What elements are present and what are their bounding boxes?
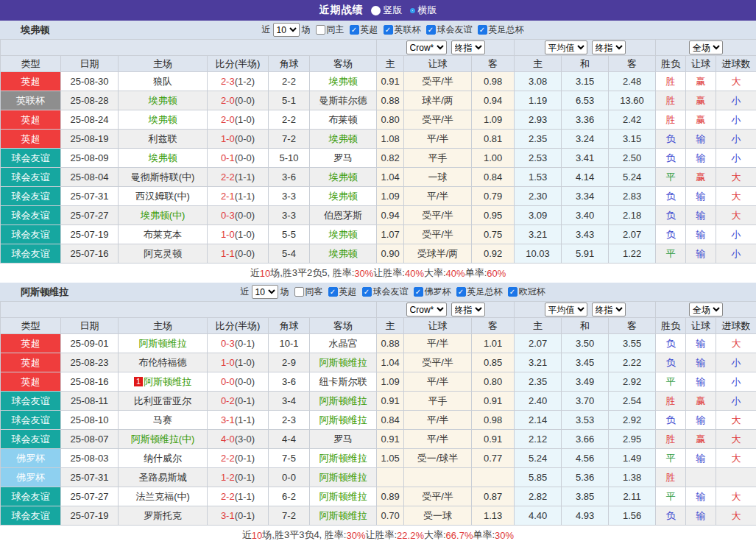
fulltime-score: 0-0 bbox=[221, 376, 235, 387]
layout-radio-horizontal[interactable]: 横版 bbox=[410, 4, 437, 17]
column-header: 客 bbox=[472, 318, 515, 334]
table-row: 英超25-08-161阿斯顿维拉0-0(0-0)3-6纽卡斯尔联1.09平/半0… bbox=[1, 372, 756, 392]
checkbox-icon[interactable]: ✓ bbox=[350, 25, 359, 35]
average-select[interactable]: 平均值 bbox=[545, 303, 587, 317]
handicap-result-cell: 输 bbox=[686, 449, 716, 468]
avg-away-cell: 13.60 bbox=[609, 91, 656, 110]
team-section: 阿斯顿维拉近10场同客✓英超✓球会友谊✓佛罗杯✓英足总杯✓欧冠杯Crow*终指平… bbox=[0, 283, 756, 541]
fulltime-score: 2-0 bbox=[221, 114, 235, 125]
average-select[interactable]: 平均值 bbox=[545, 40, 587, 54]
home-odds-cell: 0.70 bbox=[377, 506, 404, 526]
table-row: 球会友谊25-07-19罗斯托克3-1(0-1)7-2阿斯顿维拉0.70受一球1… bbox=[1, 506, 756, 526]
home-odds-cell bbox=[377, 468, 404, 487]
avg-away-cell: 2.92 bbox=[609, 372, 656, 392]
match-count-select[interactable]: 10 bbox=[252, 285, 278, 299]
odds-selects-row: Crow*终指平均值终指全场 bbox=[1, 302, 756, 318]
competition-checkbox-2[interactable]: ✓球会友谊 bbox=[426, 24, 473, 36]
avg-home-cell: 2.35 bbox=[515, 372, 562, 392]
result-cell: 胜 bbox=[656, 430, 686, 449]
competition-checkbox-0[interactable]: ✓英超 bbox=[328, 286, 357, 298]
home-odds-cell: 0.84 bbox=[377, 411, 404, 430]
home-team-cell: 法兰克福(中) bbox=[119, 487, 208, 506]
table-row: 英联杯25-08-28埃弗顿2-0(0-0)5-1曼斯菲尔德0.88球半/两0.… bbox=[1, 91, 756, 110]
company-select[interactable]: Crow* bbox=[406, 303, 447, 317]
date-cell: 25-07-19 bbox=[61, 506, 119, 526]
away-team-cell: 埃弗顿 bbox=[310, 244, 377, 264]
home-team-cell: 狼队 bbox=[119, 72, 208, 91]
team-section: 埃弗顿近10场同主✓英超✓英联杯✓球会友谊✓英足总杯Crow*终指平均值终指全场… bbox=[0, 21, 756, 283]
fulltime-score: 1-2 bbox=[221, 472, 235, 483]
date-cell: 25-08-10 bbox=[61, 411, 119, 430]
away-odds-cell: 1.01 bbox=[472, 334, 515, 353]
competition-checkbox-1[interactable]: ✓球会友谊 bbox=[362, 286, 409, 298]
layout-radio-vertical[interactable]: 竖版 bbox=[371, 4, 403, 17]
avg-away-cell: 2.18 bbox=[609, 206, 656, 225]
checkbox-icon[interactable] bbox=[316, 25, 325, 35]
score-cell: 0-3(0-1) bbox=[208, 334, 269, 353]
competition-checkbox-0[interactable]: ✓英超 bbox=[350, 24, 378, 36]
score-cell: 1-1(0-0) bbox=[208, 244, 269, 264]
competition-checkbox-1-label: 球会友谊 bbox=[373, 286, 409, 298]
competition-checkbox-3[interactable]: ✓英足总杯 bbox=[456, 286, 503, 298]
home-odds-cell: 1.05 bbox=[377, 449, 404, 468]
competition-checkbox-3-label: 英足总杯 bbox=[467, 286, 503, 298]
checkbox-icon[interactable]: ✓ bbox=[508, 287, 517, 297]
scope-select[interactable]: 全场 bbox=[689, 303, 723, 317]
checkbox-icon[interactable]: ✓ bbox=[426, 25, 436, 35]
avg-draw-cell: 3.85 bbox=[562, 487, 609, 506]
date-cell: 25-08-09 bbox=[61, 149, 119, 168]
corner-cell: 2-2 bbox=[269, 110, 310, 130]
average-final-select[interactable]: 终指 bbox=[592, 303, 626, 317]
checkbox-icon[interactable]: ✓ bbox=[478, 25, 487, 35]
team-label: 阿斯顿维拉 bbox=[319, 395, 367, 406]
team-label: 布莱顿 bbox=[329, 114, 358, 125]
checkbox-icon[interactable]: ✓ bbox=[328, 287, 338, 297]
same-venue-checkbox-label: 同主 bbox=[327, 24, 345, 36]
away-odds-cell: 0.91 bbox=[472, 392, 515, 411]
team-label: 埃弗顿 bbox=[329, 191, 358, 202]
company-final-select[interactable]: 终指 bbox=[451, 40, 485, 54]
competition-checkbox-3[interactable]: ✓英足总杯 bbox=[478, 24, 524, 36]
radio-unselected-icon[interactable] bbox=[371, 6, 381, 15]
team-label: 埃弗顿 bbox=[149, 95, 177, 106]
avg-draw-cell: 3.24 bbox=[562, 130, 609, 149]
type-badge: 球会友谊 bbox=[1, 225, 61, 244]
checkbox-icon[interactable]: ✓ bbox=[362, 287, 372, 297]
away-team-cell: 曼斯菲尔德 bbox=[310, 91, 377, 110]
avg-away-cell: 2.95 bbox=[609, 430, 656, 449]
avg-away-cell: 2.22 bbox=[609, 353, 656, 372]
team-label: 阿斯顿维拉 bbox=[319, 510, 367, 521]
same-venue-checkbox[interactable]: 同客 bbox=[294, 286, 323, 298]
radio-selected-icon[interactable] bbox=[410, 8, 415, 13]
type-badge: 英超 bbox=[1, 72, 61, 91]
competition-checkbox-1[interactable]: ✓英联杯 bbox=[384, 24, 421, 36]
match-filters: 近10场同客✓英超✓球会友谊✓佛罗杯✓英足总杯✓欧冠杯 bbox=[241, 285, 545, 299]
halftime-score: (0-0) bbox=[235, 95, 255, 106]
team-label: 罗斯托克 bbox=[144, 510, 182, 521]
average-final-select[interactable]: 终指 bbox=[592, 40, 626, 54]
avg-away-cell: 1.56 bbox=[609, 506, 656, 526]
checkbox-icon[interactable]: ✓ bbox=[456, 287, 466, 297]
company-select[interactable]: Crow* bbox=[406, 40, 447, 54]
odds-selects-row: Crow*终指平均值终指全场 bbox=[1, 40, 756, 56]
home-odds-cell: 0.91 bbox=[377, 430, 404, 449]
avg-home-cell: 1.19 bbox=[515, 91, 562, 110]
goals-result-cell: 大 bbox=[716, 334, 756, 353]
competition-checkbox-2[interactable]: ✓佛罗杯 bbox=[414, 286, 451, 298]
competition-checkbox-4[interactable]: ✓欧冠杯 bbox=[508, 286, 545, 298]
avg-draw-cell: 5.36 bbox=[562, 468, 609, 487]
home-odds-cell: 0.82 bbox=[377, 149, 404, 168]
checkbox-icon[interactable]: ✓ bbox=[384, 25, 393, 35]
company-final-select[interactable]: 终指 bbox=[451, 303, 485, 317]
scope-select[interactable]: 全场 bbox=[689, 40, 723, 54]
same-venue-checkbox[interactable]: 同主 bbox=[316, 24, 345, 36]
result-cell: 胜 bbox=[656, 110, 686, 130]
column-header: 主 bbox=[377, 318, 404, 334]
goals-result-cell: 小 bbox=[716, 149, 756, 168]
checkbox-icon[interactable] bbox=[294, 287, 304, 297]
column-header: 日期 bbox=[61, 56, 119, 72]
match-count-select[interactable]: 10 bbox=[273, 23, 300, 37]
home-odds-cell: 1.04 bbox=[377, 168, 404, 187]
checkbox-icon[interactable]: ✓ bbox=[414, 287, 423, 297]
goals-result-cell: 大 bbox=[716, 187, 756, 206]
